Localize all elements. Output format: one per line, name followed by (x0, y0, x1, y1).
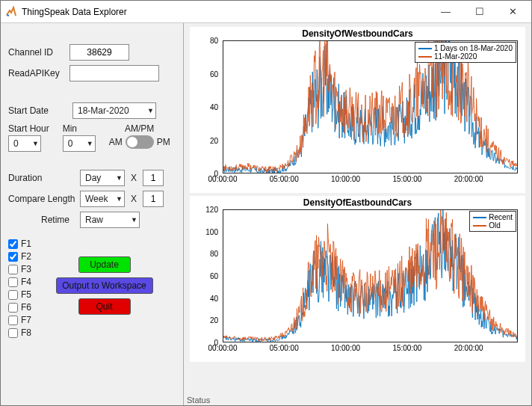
startdate-picker[interactable]: 18-Mar-2020▼ (72, 102, 156, 119)
titlebar: ThingSpeak Data Explorer — ☐ ✕ (1, 1, 531, 23)
startdate-label: Start Date (8, 105, 72, 116)
chevron-down-icon: ▼ (116, 195, 123, 203)
ytick: 60 (210, 272, 218, 280)
retime-select[interactable]: Raw▼ (80, 212, 140, 228)
ampm-toggle[interactable] (126, 135, 154, 149)
legend-label: 1 Days on 18-Mar-2020 (434, 44, 513, 52)
xtick: 20:00:00 (454, 344, 483, 352)
checkbox-input[interactable] (8, 239, 18, 249)
quit-button[interactable]: Quit (78, 298, 131, 315)
checkbox-input[interactable] (8, 265, 18, 274)
compare-select[interactable]: Week▼ (80, 191, 125, 207)
compare-x-label: X (131, 194, 137, 204)
starthour-label: Start Hour (8, 123, 49, 134)
checkbox-input[interactable] (8, 303, 18, 313)
chart-title: DensityOfEastboundCars (190, 197, 525, 208)
chevron-down-icon: ▼ (147, 107, 154, 114)
maximize-button[interactable]: ☐ (463, 1, 496, 22)
duration-n-input[interactable] (143, 170, 164, 186)
xtick: 20:00:00 (454, 175, 483, 183)
min-label: Min (63, 123, 77, 134)
am-label: AM (109, 137, 123, 147)
checkbox-input[interactable] (8, 316, 18, 325)
app-window: ThingSpeak Data Explorer — ☐ ✕ Channel I… (0, 0, 532, 406)
ytick: 60 (210, 70, 218, 78)
ytick: 40 (210, 103, 218, 111)
xtick: 05:00:00 (270, 344, 299, 352)
legend-swatch (473, 225, 486, 227)
update-button[interactable]: Update (78, 256, 131, 273)
legend-label: Old (489, 221, 501, 230)
apikey-input[interactable] (69, 65, 159, 81)
legend-swatch (473, 217, 486, 218)
pm-label: PM (157, 137, 170, 147)
chevron-down-icon: ▼ (32, 140, 39, 147)
field-checkbox-f6[interactable]: F6 (8, 302, 31, 313)
channel-id-input[interactable] (69, 44, 129, 61)
ytick: 80 (210, 250, 218, 258)
xtick: 15:00:00 (392, 175, 421, 183)
controls-panel: Channel ID ReadAPIKey Start Date 18-Mar-… (1, 23, 184, 405)
field-checkbox-f3[interactable]: F3 (8, 264, 31, 274)
retime-label: Retime (8, 215, 80, 225)
starthour-select[interactable]: 0▼ (8, 135, 41, 152)
minimize-button[interactable]: — (429, 1, 463, 22)
field-checkbox-f1[interactable]: F1 (8, 239, 31, 249)
ytick: 100 (205, 227, 218, 236)
legend-swatch (418, 48, 432, 49)
field-checkbox-f4[interactable]: F4 (8, 277, 31, 287)
ytick: 20 (210, 316, 218, 325)
compare-label: Compare Length (8, 194, 80, 204)
xtick: 10:00:00 (331, 175, 360, 183)
duration-x-label: X (131, 173, 137, 183)
legend[interactable]: 1 Days on 18-Mar-202011-Mar-2020 (415, 42, 516, 63)
legend[interactable]: RecentOld (469, 211, 516, 232)
status-text: Status (187, 396, 210, 405)
checkbox-input[interactable] (8, 290, 18, 300)
legend-label: 11-Mar-2020 (434, 52, 477, 61)
ytick: 40 (210, 294, 218, 302)
checkbox-input[interactable] (8, 252, 18, 262)
field-checkbox-f7[interactable]: F7 (8, 315, 31, 325)
duration-label: Duration (8, 173, 80, 183)
matlab-icon (5, 6, 17, 18)
ytick: 80 (210, 37, 218, 45)
field-checkbox-f8[interactable]: F8 (8, 327, 31, 338)
chevron-down-icon: ▼ (87, 140, 93, 147)
channel-id-label: Channel ID (8, 47, 69, 58)
window-title: ThingSpeak Data Explorer (22, 7, 429, 17)
xtick: 10:00:00 (331, 344, 360, 352)
checkbox-input[interactable] (8, 277, 18, 287)
xtick: 15:00:00 (392, 344, 421, 352)
xtick: 00:00:00 (208, 344, 238, 352)
field-checkboxes: F1F2F3F4F5F6F7F8 (8, 239, 31, 338)
chevron-down-icon: ▼ (131, 216, 137, 224)
field-checkbox-f2[interactable]: F2 (8, 251, 31, 262)
chart-1: DensityOfEastboundCars02040608010012000:… (190, 196, 525, 362)
legend-swatch (418, 56, 432, 58)
min-select[interactable]: 0▼ (63, 135, 96, 152)
output-workspace-button[interactable]: Output to Workspace (56, 277, 153, 294)
legend-label: Recent (489, 213, 513, 221)
charts-panel: DensityOfWestboundCars02040608000:00:000… (184, 23, 531, 405)
chevron-down-icon: ▼ (116, 174, 123, 182)
field-checkbox-f5[interactable]: F5 (8, 289, 31, 300)
xtick: 00:00:00 (208, 175, 238, 183)
duration-select[interactable]: Day▼ (80, 170, 125, 186)
apikey-label: ReadAPIKey (8, 68, 69, 79)
ampm-label: AM/PM (125, 123, 154, 134)
close-button[interactable]: ✕ (496, 1, 530, 22)
ytick: 20 (210, 136, 218, 144)
ytick: 120 (205, 206, 218, 214)
compare-n-input[interactable] (143, 191, 164, 207)
chart-title: DensityOfWestboundCars (190, 28, 525, 39)
checkbox-input[interactable] (8, 328, 18, 338)
chart-0: DensityOfWestboundCars02040608000:00:000… (190, 27, 525, 193)
xtick: 05:00:00 (270, 175, 299, 183)
